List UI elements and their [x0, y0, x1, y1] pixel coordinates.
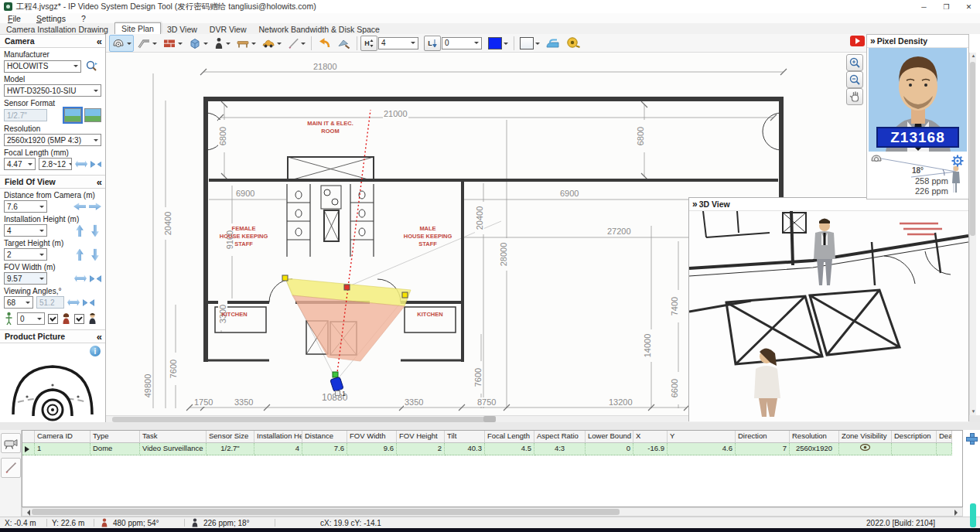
- cell-camera-id[interactable]: 1: [35, 443, 90, 455]
- model-combo[interactable]: HWT-D3250-10-SIU: [4, 84, 101, 97]
- col-zone-visibility[interactable]: Zone Visibility: [839, 431, 892, 443]
- tape-measure-tool[interactable]: [564, 35, 583, 52]
- expand-chevron-icon[interactable]: [692, 199, 696, 210]
- measure-tool[interactable]: [285, 35, 308, 52]
- col-direction[interactable]: Direction: [736, 431, 790, 443]
- focal-length-combo[interactable]: 4.47: [4, 158, 36, 170]
- cell-lower-bound[interactable]: 0: [586, 443, 633, 455]
- tab-dvr-view[interactable]: DVR View: [203, 24, 253, 34]
- fov-width-combo[interactable]: 9.57: [4, 272, 47, 285]
- zoom-out-button[interactable]: [846, 71, 863, 88]
- youtube-help-button[interactable]: [850, 36, 865, 46]
- cell-fov-height[interactable]: 2: [397, 443, 445, 455]
- col-camera-id[interactable]: Camera ID: [35, 431, 90, 443]
- add-furniture-tool[interactable]: [234, 35, 258, 52]
- col-dead-zone[interactable]: Dea: [937, 431, 952, 443]
- camera-list-button[interactable]: [1, 433, 21, 453]
- cell-distance[interactable]: 7.6: [302, 443, 347, 455]
- raise-target-arrow-icon[interactable]: [76, 248, 84, 261]
- widen-angle-arrow-icon[interactable]: [67, 298, 80, 307]
- fill-color-picker[interactable]: [517, 35, 542, 52]
- add-camera-tool[interactable]: [109, 35, 134, 52]
- paint-tool[interactable]: [335, 35, 353, 52]
- expand-chevron-icon[interactable]: [870, 36, 874, 46]
- cell-dead-zone[interactable]: [937, 443, 952, 455]
- cell-tilt[interactable]: 40.3: [445, 443, 485, 455]
- decrease-distance-arrow-icon[interactable]: [73, 203, 86, 211]
- narrow-width-arrow-icon[interactable]: [90, 275, 101, 283]
- col-focal-length[interactable]: Focal Length: [485, 431, 534, 443]
- show-woman-checkbox[interactable]: [48, 314, 58, 324]
- pan-button[interactable]: [846, 88, 863, 105]
- collapse-chevron-icon[interactable]: [97, 36, 101, 47]
- menu-settings[interactable]: Settings: [29, 14, 73, 23]
- narrow-fov-arrow-icon[interactable]: [90, 160, 101, 169]
- col-resolution[interactable]: Resolution: [790, 431, 839, 443]
- camera-table-row[interactable]: 1 Dome Video Surveillance 1/2.7" 4 7.6 9…: [22, 443, 962, 455]
- cell-fov-width[interactable]: 9.6: [347, 443, 397, 455]
- cell-focal-length[interactable]: 4.5: [485, 443, 534, 455]
- lower-bound-button[interactable]: L: [424, 36, 441, 51]
- add-box-tool[interactable]: [186, 35, 210, 52]
- resolution-combo[interactable]: 2560x1920 (5MP 4:3): [4, 134, 101, 146]
- product-picture-header[interactable]: Product Picture: [0, 329, 105, 343]
- cell-y[interactable]: 4.6: [668, 443, 736, 455]
- target-height-combo[interactable]: 2: [4, 248, 47, 261]
- col-y[interactable]: Y: [668, 431, 736, 443]
- collapse-chevron-icon[interactable]: [97, 331, 101, 343]
- 3d-view-scene[interactable]: [689, 211, 968, 421]
- scroll-up-arrow[interactable]: ▲: [971, 53, 976, 60]
- focal-range-combo[interactable]: 2.8~12: [39, 158, 72, 170]
- canvas-hscroll-handle[interactable]: [483, 416, 496, 422]
- cell-sensor-size[interactable]: 1/2.7": [207, 443, 254, 455]
- cell-resolution[interactable]: 2560x1920: [790, 443, 839, 455]
- fov-near-zone[interactable]: [292, 295, 405, 361]
- col-fov-height[interactable]: FOV Height: [397, 431, 445, 443]
- close-button[interactable]: ✕: [958, 0, 980, 13]
- installation-height-button[interactable]: H: [360, 36, 377, 51]
- undo-button[interactable]: [315, 35, 334, 52]
- menu-file[interactable]: File: [0, 14, 29, 23]
- col-installation-height[interactable]: Installation Hei...: [254, 431, 302, 443]
- table-scroll-left-arrow[interactable]: [24, 510, 30, 516]
- canvas-vscroll-thumb[interactable]: [970, 62, 975, 236]
- col-type[interactable]: Type: [90, 431, 140, 443]
- cell-direction[interactable]: 7: [736, 443, 790, 455]
- col-distance[interactable]: Distance: [302, 431, 347, 443]
- col-task[interactable]: Task: [140, 431, 207, 443]
- col-description[interactable]: Description: [892, 431, 937, 443]
- zoom-in-button[interactable]: [846, 54, 863, 71]
- person-offset-combo[interactable]: 0: [17, 312, 45, 325]
- tab-camera-installation-drawing[interactable]: Camera Installation Drawing: [0, 24, 114, 34]
- add-vehicle-tool[interactable]: [259, 35, 284, 52]
- cell-task[interactable]: Video Surveillance: [140, 443, 207, 455]
- 3d-view-header[interactable]: 3D View: [689, 198, 968, 211]
- fov-right-handle[interactable]: [402, 292, 408, 298]
- smooth-tool[interactable]: [543, 35, 563, 52]
- fov-center-handle[interactable]: [344, 285, 350, 290]
- installation-height-combo[interactable]: 4: [378, 37, 418, 49]
- menu-help[interactable]: ?: [73, 14, 94, 23]
- show-man-checkbox[interactable]: [74, 314, 84, 324]
- widen-width-arrow-icon[interactable]: [74, 275, 87, 283]
- col-fov-width[interactable]: FOV Width: [347, 431, 397, 443]
- installation-height-panel-combo[interactable]: 4: [4, 224, 47, 237]
- cell-aspect-ratio[interactable]: 4:3: [534, 443, 586, 455]
- minimize-button[interactable]: ─: [913, 0, 935, 13]
- table-horizontal-scrollbar[interactable]: [22, 507, 963, 517]
- table-hscroll-thumb[interactable]: [32, 509, 620, 515]
- horizontal-angle-combo[interactable]: 68: [4, 296, 33, 309]
- pixel-density-header[interactable]: Pixel Density: [867, 35, 968, 48]
- cell-zone-visibility[interactable]: [839, 443, 892, 455]
- panel-splitter[interactable]: [0, 422, 980, 430]
- fov-section-header[interactable]: Field Of View: [0, 175, 105, 189]
- raise-height-arrow-icon[interactable]: [76, 224, 84, 237]
- portrait-orientation-button[interactable]: [84, 108, 101, 122]
- col-aspect-ratio[interactable]: Aspect Ratio: [534, 431, 586, 443]
- lower-bound-combo[interactable]: 0: [442, 37, 482, 49]
- tab-site-plan[interactable]: Site Plan: [114, 22, 161, 34]
- cell-installation-height[interactable]: 4: [254, 443, 302, 455]
- add-person-tool[interactable]: [211, 35, 233, 52]
- table-scroll-right-arrow[interactable]: [954, 510, 961, 516]
- cell-type[interactable]: Dome: [90, 443, 140, 455]
